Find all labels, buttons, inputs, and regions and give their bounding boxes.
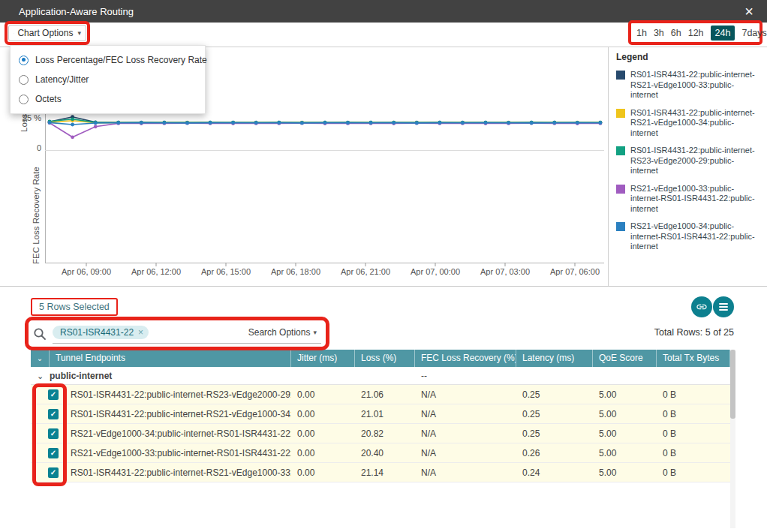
jitter-cell: 0.00	[291, 467, 355, 478]
tunnel-endpoint-cell: RS01-ISR4431-22:public-internet-RS23-vEd…	[68, 389, 291, 400]
chart-option-label: Loss Percentage/FEC Loss Recovery Rate	[35, 55, 207, 65]
jitter-cell: 0.00	[291, 448, 355, 458]
close-icon[interactable]: ×	[737, 0, 761, 23]
jitter-cell: 0.00	[291, 409, 355, 419]
group-fec-value: --	[415, 371, 516, 381]
column-header-tunnel-endpoints[interactable]: Tunnel Endpoints	[50, 350, 291, 367]
tunnel-endpoint-cell: RS01-ISR4431-22:public-internet-RS21-vEd…	[68, 409, 291, 419]
column-header-qoe[interactable]: QoE Score	[593, 350, 657, 367]
chart-options-menu: Loss Percentage/FEC Loss Recovery RateLa…	[10, 45, 206, 114]
table-scrollbar-thumb[interactable]	[730, 350, 735, 419]
loss-cell: 21.01	[355, 409, 415, 419]
annotation-search: RS01-ISR4431-22 × Search Options ▾	[25, 317, 329, 350]
row-checkbox[interactable]: ✓	[48, 428, 59, 439]
time-range-6h[interactable]: 6h	[671, 28, 681, 38]
column-header-fec[interactable]: FEC Loss Recovery (%)	[415, 350, 516, 367]
legend-swatch	[616, 222, 625, 231]
svg-text:Apr 07, 00:00: Apr 07, 00:00	[411, 267, 460, 276]
link-icon	[696, 301, 708, 313]
hamburger-icon	[719, 303, 728, 311]
row-checkbox[interactable]: ✓	[48, 389, 59, 400]
time-range-12h[interactable]: 12h	[688, 28, 704, 38]
annotation-chart-options: Chart Options ▾	[5, 21, 90, 45]
group-label: public-internet	[50, 371, 291, 381]
svg-text:Apr 07, 06:00: Apr 07, 06:00	[550, 267, 600, 276]
fec-cell: N/A	[415, 389, 516, 400]
column-header-latency[interactable]: Latency (ms)	[516, 350, 593, 367]
svg-text:Apr 06, 21:00: Apr 06, 21:00	[341, 267, 390, 276]
radio-selected-icon[interactable]	[19, 56, 29, 65]
legend-entry-2: RS01-ISR4431-22:public-internet-RS23-vEd…	[616, 146, 756, 176]
legend-entry-label: RS01-ISR4431-22:public-internet-RS23-vEd…	[630, 146, 756, 176]
svg-text:Apr 06, 15:00: Apr 06, 15:00	[201, 267, 251, 276]
realtime-link-button[interactable]	[691, 296, 712, 317]
jitter-cell: 0.00	[291, 389, 355, 400]
chart-options-label: Chart Options	[17, 28, 73, 38]
qoe-cell: 5.00	[593, 428, 657, 439]
legend-title: Legend	[616, 52, 756, 62]
select-all-dropdown[interactable]: ⌄	[31, 350, 50, 367]
radio-unselected-icon[interactable]	[19, 95, 29, 104]
jitter-cell: 0.00	[291, 428, 355, 439]
qoe-cell: 5.00	[593, 448, 657, 458]
tunnel-endpoint-cell: RS21-vEdge1000-33:public-internet-RS01-I…	[68, 448, 291, 458]
table-row-1[interactable]: ✓RS01-ISR4431-22:public-internet-RS21-vE…	[31, 404, 730, 424]
tx-cell: 0 B	[657, 409, 730, 419]
legend-entry-3: RS21-vEdge1000-33:public-internet-RS01-I…	[616, 184, 756, 215]
latency-cell: 0.25	[516, 428, 593, 439]
column-header-loss[interactable]: Loss (%)	[355, 350, 415, 367]
chevron-down-icon[interactable]: ⌄	[37, 371, 44, 380]
tunnel-endpoint-cell: RS21-vEdge1000-34:public-internet-RS01-I…	[68, 428, 291, 439]
legend-swatch	[616, 185, 625, 194]
loss-cell: 20.82	[355, 428, 415, 439]
checkbox-cell: ✓	[31, 448, 68, 458]
table-row-4[interactable]: ✓RS01-ISR4431-22:public-internet-RS21-vE…	[31, 463, 730, 482]
tx-cell: 0 B	[657, 467, 730, 478]
search-input[interactable]: RS01-ISR4431-22 × Search Options ▾	[53, 323, 321, 344]
chart-option-label: Octets	[35, 94, 62, 104]
column-header-jitter[interactable]: Jitter (ms)	[291, 350, 355, 367]
group-row-public-internet[interactable]: ⌄ public-internet --	[31, 367, 730, 385]
time-range-selector: 1h3h6h12h24h7days	[631, 26, 759, 41]
rows-selected-badge[interactable]: 5 Rows Selected	[31, 298, 118, 316]
table-options-button[interactable]	[713, 296, 734, 317]
row-checkbox[interactable]: ✓	[48, 409, 59, 419]
latency-cell: 0.24	[516, 467, 593, 478]
fec-cell: N/A	[415, 467, 516, 478]
search-filter-chip[interactable]: RS01-ISR4431-22 ×	[53, 326, 149, 339]
svg-text:25 %: 25 %	[23, 113, 41, 122]
time-range-1h[interactable]: 1h	[636, 28, 647, 38]
row-checkbox[interactable]: ✓	[48, 467, 59, 478]
chart-option-item-1[interactable]: Latency/Jitter	[11, 70, 205, 89]
time-range-24h[interactable]: 24h	[711, 26, 735, 41]
table-row-3[interactable]: ✓RS21-vEdge1000-33:public-internet-RS01-…	[31, 443, 730, 463]
chevron-down-icon: ⌄	[37, 350, 43, 367]
legend-entry-1: RS01-ISR4431-22:public-internet-RS21-vEd…	[616, 108, 756, 139]
search-options-dropdown[interactable]: Search Options ▾	[248, 327, 317, 338]
total-rows-text: Total Rows: 5 of 25	[654, 327, 734, 338]
table-row-0[interactable]: ✓RS01-ISR4431-22:public-internet-RS23-vE…	[31, 385, 730, 404]
fec-cell: N/A	[415, 448, 516, 458]
radio-unselected-icon[interactable]	[19, 75, 29, 85]
legend-entry-4: RS21-vEdge1000-34:public-internet-RS01-I…	[616, 221, 756, 252]
svg-text:Apr 07, 03:00: Apr 07, 03:00	[480, 267, 530, 276]
legend-panel: Legend RS01-ISR4431-22:public-internet-R…	[608, 47, 767, 286]
checkbox-cell: ✓	[31, 389, 68, 400]
chip-remove-icon[interactable]: ×	[138, 327, 143, 338]
chart-option-item-2[interactable]: Octets	[11, 89, 205, 109]
chart-option-item-0[interactable]: Loss Percentage/FEC Loss Recovery Rate	[11, 50, 205, 70]
checkbox-cell: ✓	[31, 467, 68, 478]
table-row-2[interactable]: ✓RS21-vEdge1000-34:public-internet-RS01-…	[31, 424, 730, 443]
row-checkbox[interactable]: ✓	[48, 448, 59, 458]
legend-entry-0: RS01-ISR4431-22:public-internet-RS21-vEd…	[616, 70, 756, 101]
loss-cell: 21.14	[355, 467, 415, 478]
time-range-3h[interactable]: 3h	[654, 28, 664, 38]
legend-entries: RS01-ISR4431-22:public-internet-RS21-vEd…	[616, 70, 756, 252]
table-body: ✓RS01-ISR4431-22:public-internet-RS23-vE…	[31, 385, 730, 482]
table-header-row: ⌄ Tunnel Endpoints Jitter (ms) Loss (%) …	[31, 350, 730, 367]
chart-options-button[interactable]: Chart Options ▾	[8, 25, 86, 41]
time-range-7days[interactable]: 7days	[741, 28, 766, 38]
checkbox-cell: ✓	[31, 409, 68, 419]
column-header-tx-bytes[interactable]: Total Tx Bytes	[657, 350, 730, 367]
annotation-time-range: 1h3h6h12h24h7days	[628, 20, 762, 45]
